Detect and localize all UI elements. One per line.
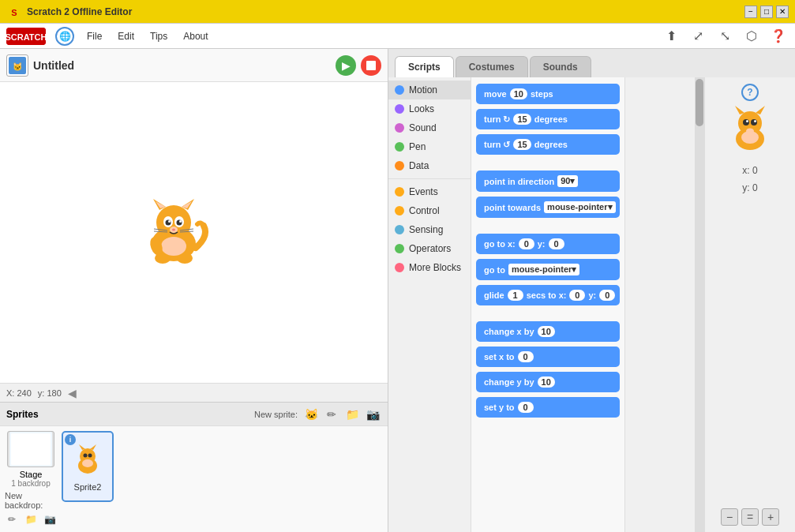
screen-icon[interactable]: ⤡ [714, 26, 735, 47]
language-button[interactable]: 🌐 [55, 27, 74, 46]
x-label: x: [742, 165, 752, 176]
camera-backdrop-button[interactable]: 📷 [42, 511, 58, 527]
block-set-x-input[interactable]: 0 [518, 351, 534, 362]
new-sprite-label: New sprite: [254, 410, 298, 419]
y-value: 0 [752, 182, 758, 193]
tabs: Scripts Costumes Sounds [388, 49, 795, 77]
zoom-reset-button[interactable]: = [741, 508, 759, 526]
sprite-preview [718, 101, 782, 156]
tab-scripts[interactable]: Scripts [395, 56, 454, 77]
svg-point-47 [741, 131, 759, 144]
category-looks[interactable]: Looks [388, 99, 471, 118]
svg-marker-40 [735, 106, 744, 114]
about-menu[interactable]: About [177, 28, 214, 45]
sprite-info-badge[interactable]: i [65, 434, 76, 445]
green-flag-button[interactable]: ▶ [336, 55, 356, 76]
minimize-button[interactable]: − [744, 6, 757, 18]
block-go-x-input[interactable]: 0 [519, 238, 534, 249]
category-motion[interactable]: Motion [388, 81, 471, 99]
stage-name: Untitled [33, 59, 331, 72]
sprites-title: Sprites [6, 409, 254, 420]
menubar: SCRATCH 🌐 File Edit Tips About ⬆ ⤢ ⤡ ⬡ ❓ [0, 24, 795, 49]
camera-sprite-button[interactable]: 📷 [364, 406, 381, 423]
category-sensing[interactable]: Sensing [388, 220, 471, 239]
category-control[interactable]: Control [388, 201, 471, 220]
new-backdrop-buttons: ✏ 📁 📷 [4, 511, 58, 527]
edit-sprite-button[interactable]: ✏ [323, 406, 340, 423]
maximize-button[interactable]: □ [760, 6, 773, 18]
stage-canvas[interactable] [0, 82, 388, 383]
scripts-canvas[interactable] [625, 77, 704, 532]
tips-menu[interactable]: Tips [144, 28, 174, 45]
block-turn-cw[interactable]: turn ↻ 15 degrees [476, 109, 620, 129]
category-more-blocks[interactable]: More Blocks [388, 258, 471, 277]
blocks-palette: move 10 steps turn ↻ 15 degrees turn ↺ 1… [471, 77, 625, 532]
block-change-x-input[interactable]: 10 [538, 326, 555, 337]
category-events-label: Events [409, 186, 438, 197]
block-go-y-input[interactable]: 0 [549, 238, 564, 249]
sprite-item[interactable]: i Sprite2 [62, 431, 114, 502]
category-sound[interactable]: Sound [388, 118, 471, 137]
expand-icon[interactable]: ⬡ [741, 26, 762, 47]
block-glide[interactable]: glide 1 secs to x: 0 y: 0 [476, 285, 620, 305]
tab-sounds[interactable]: Sounds [530, 56, 591, 77]
block-move[interactable]: move 10 steps [476, 84, 620, 104]
block-glide-y[interactable]: 0 [599, 290, 615, 301]
stage-thumb[interactable] [7, 431, 54, 467]
upload-sprite-button[interactable]: 📁 [343, 406, 361, 423]
category-operators[interactable]: Operators [388, 239, 471, 258]
looks-color-dot [395, 104, 404, 114]
block-change-x[interactable]: change x by 10 [476, 321, 620, 342]
zoom-in-button[interactable]: + [762, 508, 779, 526]
block-move-input[interactable]: 10 [510, 88, 527, 99]
block-glide-x[interactable]: 0 [569, 290, 585, 301]
block-point-towards-dropdown[interactable]: mouse-pointer▾ [544, 201, 615, 213]
svg-text:🐱: 🐱 [13, 62, 23, 72]
block-set-y-input[interactable]: 0 [518, 402, 534, 413]
y-coordinate: y: 180 [38, 388, 62, 398]
block-turn-cw-input[interactable]: 15 [513, 114, 531, 125]
category-pen[interactable]: Pen [388, 137, 471, 156]
block-glide-time[interactable]: 1 [508, 290, 523, 301]
category-data[interactable]: Data [388, 156, 471, 175]
zoom-controls: − = + [721, 508, 779, 526]
block-set-x[interactable]: set x to 0 [476, 347, 620, 367]
scrollbar-thumb[interactable] [696, 79, 703, 126]
upload-backdrop-button[interactable]: 📁 [23, 511, 39, 527]
scripts-scrollbar[interactable] [695, 77, 704, 532]
block-change-y-input[interactable]: 10 [538, 377, 555, 388]
zoom-out-button[interactable]: − [721, 508, 738, 526]
file-menu[interactable]: File [81, 28, 108, 45]
tab-costumes[interactable]: Costumes [456, 56, 528, 77]
stage-area: 🐱 Untitled ▶ [0, 49, 388, 532]
block-go-to[interactable]: go to mouse-pointer▾ [476, 259, 620, 280]
block-change-y[interactable]: change y by 10 [476, 372, 620, 392]
y-label: y: [742, 182, 752, 193]
help-button[interactable]: ? [741, 84, 759, 101]
fullscreen-icon[interactable]: ⤢ [688, 26, 708, 47]
block-turn-ccw-input[interactable]: 15 [513, 139, 531, 150]
copy-icon[interactable]: ⬆ [661, 26, 681, 47]
category-events[interactable]: Events [388, 182, 471, 201]
stop-button[interactable] [361, 55, 381, 76]
block-turn-ccw[interactable]: turn ↺ 15 degrees [476, 134, 620, 155]
paint-backdrop-button[interactable]: ✏ [4, 511, 20, 527]
close-button[interactable]: ✕ [776, 6, 789, 18]
edit-menu[interactable]: Edit [111, 28, 141, 45]
help-icon[interactable]: ❓ [768, 26, 789, 47]
block-point-direction-dropdown[interactable]: 90▾ [557, 175, 578, 187]
category-data-label: Data [409, 160, 429, 171]
block-go-to-xy[interactable]: go to x: 0 y: 0 [476, 234, 620, 254]
scratch-cat-sprite [126, 193, 221, 272]
app-icon: S [6, 4, 22, 20]
block-point-towards[interactable]: point towards mouse-pointer▾ [476, 197, 620, 218]
x-value: 0 [752, 165, 758, 176]
expand-stage-button[interactable]: ◀ [68, 387, 77, 399]
block-set-y[interactable]: set y to 0 [476, 397, 620, 418]
paint-new-sprite-button[interactable]: 🐱 [302, 406, 320, 423]
more-blocks-color-dot [395, 263, 404, 272]
block-go-to-dropdown[interactable]: mouse-pointer▾ [508, 264, 579, 275]
svg-marker-34 [90, 444, 96, 450]
scripts-content: Motion Looks Sound Pen Data [388, 77, 795, 532]
block-point-direction[interactable]: point in direction 90▾ [476, 170, 620, 192]
